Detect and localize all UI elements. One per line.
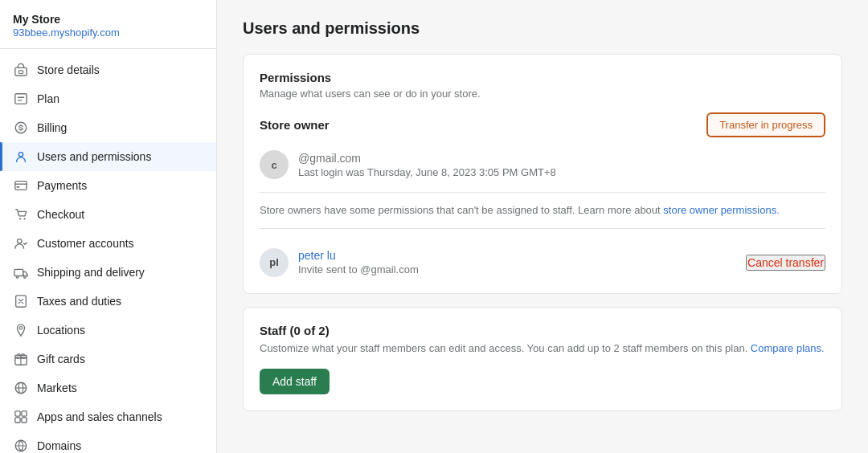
users-icon [13, 149, 29, 165]
svg-rect-5 [15, 182, 27, 190]
sidebar-item-label: Payments [37, 179, 87, 192]
transfer-details: peter lu Invite sent to @gmail.com [298, 249, 419, 275]
sidebar-item-markets[interactable]: Markets [0, 373, 216, 402]
sidebar-item-label: Store details [37, 63, 100, 76]
permissions-subtitle: Manage what users can see or do in your … [260, 88, 825, 100]
store-owner-permissions-link[interactable]: store owner permissions [663, 204, 776, 216]
domains-icon [13, 438, 29, 453]
cancel-transfer-button[interactable]: Cancel transfer [746, 255, 825, 271]
invite-prefix: Invite sent to [298, 263, 360, 275]
svg-rect-21 [15, 418, 20, 422]
sidebar-item-label: Checkout [37, 208, 84, 221]
sidebar-item-label: Domains [37, 439, 81, 452]
permissions-note-text: Store owners have some permissions that … [260, 204, 663, 216]
billing-icon [13, 120, 29, 136]
divider-2 [260, 228, 825, 229]
staff-card: Staff (0 of 2) Customize what your staff… [243, 307, 842, 412]
store-icon [13, 62, 29, 78]
owner-header: Store owner Transfer in progress [260, 112, 825, 137]
permissions-section-title: Permissions [260, 71, 825, 84]
add-staff-button[interactable]: Add staff [260, 369, 330, 394]
locations-icon [13, 322, 29, 338]
main-content: Users and permissions Permissions Manage… [217, 0, 868, 453]
owner-last-login: Last login was Thursday, June 8, 2023 3:… [298, 166, 556, 178]
svg-point-12 [24, 276, 27, 279]
svg-point-8 [23, 218, 25, 219]
svg-rect-2 [15, 94, 27, 104]
plan-icon [13, 91, 29, 107]
sidebar-item-plan[interactable]: Plan [0, 84, 216, 113]
sidebar-item-label: Customer accounts [37, 237, 134, 250]
svg-point-9 [18, 239, 22, 243]
transfer-info: pl peter lu Invite sent to @gmail.com [260, 248, 419, 277]
staff-subtitle: Customize what your staff members can ed… [260, 341, 825, 357]
sidebar-item-label: Users and permissions [37, 150, 151, 163]
transfer-in-progress-badge[interactable]: Transfer in progress [706, 112, 825, 137]
svg-rect-6 [17, 186, 20, 188]
sidebar-item-label: Plan [37, 92, 59, 105]
staff-subtitle-text: Customize what your staff members can ed… [260, 342, 751, 354]
permissions-card: Permissions Manage what users can see or… [243, 54, 842, 294]
sidebar: My Store 93bbee.myshopify.com Store deta… [0, 0, 217, 453]
sidebar-item-domains[interactable]: Domains [0, 431, 216, 453]
owner-email: @gmail.com [298, 152, 556, 165]
owner-details: @gmail.com Last login was Thursday, June… [298, 152, 556, 178]
sidebar-item-label: Taxes and duties [37, 295, 121, 308]
svg-rect-10 [14, 269, 23, 275]
owner-avatar: c [260, 150, 289, 179]
markets-icon [13, 380, 29, 396]
owner-info-row: c @gmail.com Last login was Thursday, Ju… [260, 150, 825, 179]
sidebar-item-label: Markets [37, 382, 77, 394]
sidebar-item-payments[interactable]: Payments [0, 171, 216, 200]
transfer-row: pl peter lu Invite sent to @gmail.com Ca… [260, 239, 825, 277]
page-title: Users and permissions [243, 19, 842, 38]
svg-rect-0 [15, 67, 27, 76]
sidebar-item-apps-sales[interactable]: Apps and sales channels [0, 402, 216, 431]
compare-plans-link[interactable]: Compare plans. [751, 342, 825, 354]
staff-section-title: Staff (0 of 2) [260, 324, 825, 337]
sidebar-item-gift-cards[interactable]: Gift cards [0, 345, 216, 373]
sidebar-item-label: Billing [37, 121, 67, 134]
sidebar-item-locations[interactable]: Locations [0, 316, 216, 345]
sidebar-store-info: My Store 93bbee.myshopify.com [0, 0, 216, 49]
transfer-name: peter lu [298, 249, 419, 262]
owner-section-title: Store owner [260, 118, 330, 132]
svg-rect-20 [22, 411, 27, 416]
sidebar-nav: Store details Plan Billing Users and per… [0, 49, 216, 453]
svg-point-11 [16, 276, 18, 279]
sidebar-item-store-details[interactable]: Store details [0, 55, 216, 84]
transfer-invite-text: Invite sent to @gmail.com [298, 263, 419, 275]
taxes-icon [13, 293, 29, 309]
sidebar-item-label: Locations [37, 324, 85, 337]
gift-icon [13, 351, 29, 367]
payments-icon [13, 178, 29, 194]
permissions-note: Store owners have some permissions that … [260, 202, 825, 218]
sidebar-item-customer-accounts[interactable]: Customer accounts [0, 229, 216, 258]
transfer-avatar: pl [260, 248, 289, 277]
shipping-icon [13, 264, 29, 280]
sidebar-item-taxes-duties[interactable]: Taxes and duties [0, 287, 216, 316]
svg-rect-1 [18, 71, 23, 74]
store-owner-section: Store owner Transfer in progress c @gmai… [260, 112, 825, 277]
sidebar-item-users-permissions[interactable]: Users and permissions [0, 142, 216, 171]
svg-point-7 [19, 218, 21, 219]
sidebar-item-label: Gift cards [37, 353, 85, 365]
divider [260, 192, 825, 193]
svg-point-14 [19, 327, 23, 330]
permissions-note-end: . [776, 204, 780, 216]
store-name: My Store [13, 13, 203, 26]
sidebar-item-shipping-delivery[interactable]: Shipping and delivery [0, 258, 216, 287]
sidebar-item-checkout[interactable]: Checkout [0, 200, 216, 229]
svg-rect-22 [22, 418, 27, 422]
sidebar-item-billing[interactable]: Billing [0, 113, 216, 142]
sidebar-item-label: Apps and sales channels [37, 410, 162, 423]
invite-email: @gmail.com [360, 263, 418, 275]
customer-icon [13, 235, 29, 251]
apps-icon [13, 409, 29, 425]
svg-rect-19 [15, 411, 20, 416]
checkout-icon [13, 206, 29, 222]
svg-point-4 [18, 153, 23, 157]
store-url[interactable]: 93bbee.myshopify.com [13, 27, 120, 39]
sidebar-item-label: Shipping and delivery [37, 266, 145, 279]
